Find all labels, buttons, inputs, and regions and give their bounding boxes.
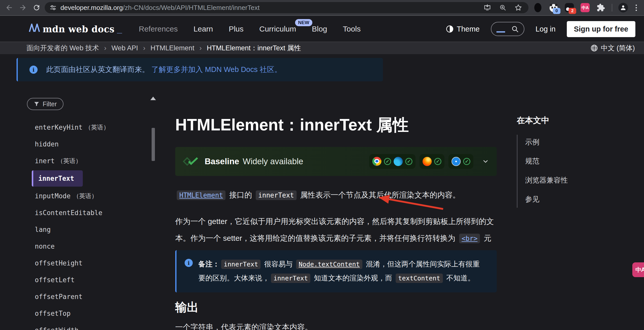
browser-reload-button[interactable] <box>31 2 42 13</box>
browser-toolbar: developer.mozilla.org/zh-CN/docs/Web/API… <box>0 0 644 16</box>
sidebar-item-lang[interactable]: lang <box>35 221 152 238</box>
textcontent-link[interactable]: Node.textContent <box>296 260 362 269</box>
chrome-icon <box>372 157 381 166</box>
logo-text: mdn web docs <box>43 24 115 34</box>
extension-square-icon[interactable]: 2 <box>565 3 574 12</box>
extension-panda-icon[interactable]: 0 <box>549 3 558 12</box>
banner-text: 此页面由社区从英文翻译而来。 <box>46 65 149 73</box>
bookmark-star-icon[interactable] <box>514 4 522 12</box>
translation-banner: i 此页面由社区从英文翻译而来。 了解更多并加入 MDN Web Docs 社区… <box>17 58 383 81</box>
browser-support-group: ✓ ✓ <box>369 154 415 169</box>
toc-item-browser-compat[interactable]: 浏览器兼容性 <box>525 175 629 185</box>
mdn-logo[interactable]: mdn web docs_ <box>28 24 122 34</box>
output-paragraph: 一个字符串，代表元素的渲染文本内容。 <box>175 321 497 330</box>
browser-window: developer.mozilla.org/zh-CN/docs/Web/API… <box>0 0 644 330</box>
browser-support-group: ✓ <box>448 154 473 169</box>
sidebar-item-offsetLeft[interactable]: offsetLeft <box>35 272 152 288</box>
signup-button[interactable]: Sign up for free <box>567 21 635 37</box>
sidebar-item-inputMode[interactable]: inputMode（英语） <box>35 188 152 204</box>
safari-icon <box>452 157 461 166</box>
breadcrumb-separator: › <box>104 44 106 52</box>
sidebar-item-enterKeyHint[interactable]: enterKeyHint（英语） <box>35 119 152 136</box>
login-link[interactable]: Log in <box>536 25 556 33</box>
extensions-area: 0 2 中A <box>531 3 640 12</box>
zoom-icon[interactable] <box>499 4 507 11</box>
nav-tools[interactable]: Tools <box>343 25 361 33</box>
check-icon: ✓ <box>434 158 441 165</box>
check-icon: ✓ <box>463 158 470 165</box>
breadcrumb-bar: 面向开发者的 Web 技术 › Web API › HTMLElement › … <box>0 42 644 54</box>
profile-avatar[interactable] <box>618 3 628 12</box>
sidebar-item-isContentEditable[interactable]: isContentEditable <box>35 204 152 221</box>
browser-back-button[interactable] <box>4 2 15 13</box>
browser-support-group: ✓ <box>420 154 444 169</box>
nav-curriculum[interactable]: CurriculumNEW <box>259 25 296 33</box>
floating-translate-button[interactable]: 中A <box>632 262 644 277</box>
sidebar-item-inert[interactable]: inert（英语） <box>35 153 152 169</box>
nav-references[interactable]: References <box>139 25 178 33</box>
sidebar-item-offsetHeight[interactable]: offsetHeight <box>35 255 152 272</box>
sidebar-item-offsetTop[interactable]: offsetTop <box>35 305 152 322</box>
sidebar-filter-button[interactable]: Filter <box>27 98 63 110</box>
search-icon <box>511 25 519 33</box>
edge-icon <box>394 157 403 166</box>
note-text: 备注：innerText 很容易与 Node.textContent 混淆，但这… <box>198 257 487 285</box>
baseline-label: Baseline <box>205 157 239 166</box>
site-info-icon[interactable] <box>49 4 57 11</box>
toc-item-specifications[interactable]: 规范 <box>525 156 629 166</box>
sidebar-item-offsetParent[interactable]: offsetParent <box>35 288 152 305</box>
toc-item-see-also[interactable]: 参见 <box>525 194 629 204</box>
breadcrumb-link[interactable]: Web API <box>111 44 138 52</box>
mdn-logo-icon <box>28 24 40 32</box>
theme-icon <box>446 25 454 33</box>
textcontent-code: textContent <box>396 274 443 283</box>
sidebar-item-innerText[interactable]: innerText <box>32 170 83 187</box>
sidebar-scrollbar-thumb[interactable] <box>152 128 155 161</box>
theme-toggle[interactable]: Theme <box>446 25 479 33</box>
htmlelement-link[interactable]: HTMLElement <box>177 190 226 200</box>
sidebar-item-hidden[interactable]: hidden <box>35 136 152 153</box>
language-switcher[interactable]: 中文 (简体) <box>590 43 635 53</box>
filter-funnel-icon <box>34 101 40 107</box>
innertext-code: innerText <box>271 274 310 283</box>
breadcrumb-link[interactable]: HTMLElement <box>151 44 195 52</box>
search-input[interactable] <box>491 22 524 36</box>
address-bar[interactable]: developer.mozilla.org/zh-CN/docs/Web/API… <box>45 2 528 13</box>
sidebar-property-list: enterKeyHint（英语） hidden inert（英语） innerT… <box>35 119 152 330</box>
check-icon: ✓ <box>405 158 412 165</box>
sidebar-item-nonce[interactable]: nonce <box>35 238 152 255</box>
extension-oval-icon[interactable] <box>533 3 543 12</box>
note-box: i 备注：innerText 很容易与 Node.textContent 混淆，… <box>175 250 497 292</box>
main-nav: References Learn Plus CurriculumNEW Blog… <box>139 25 361 33</box>
breadcrumb-current: HTMLElement：innerText 属性 <box>207 43 301 53</box>
section-heading-output: 输出 <box>175 299 199 315</box>
install-app-icon[interactable] <box>483 4 491 12</box>
intro-paragraph: HTMLElement 接口的 innerText 属性表示一个节点及其后代所渲… <box>175 189 497 202</box>
toolbar-divider <box>612 4 612 11</box>
table-of-contents: 在本文中 示例 规范 浏览器兼容性 参见 <box>517 115 629 208</box>
baseline-icon <box>183 157 199 166</box>
chevron-down-icon[interactable] <box>482 158 489 165</box>
new-badge: NEW <box>295 19 312 26</box>
banner-link[interactable]: 了解更多并加入 MDN Web Docs 社区。 <box>151 65 282 73</box>
check-icon: ✓ <box>384 158 391 165</box>
toc-item-examples[interactable]: 示例 <box>525 137 629 147</box>
breadcrumb-link[interactable]: 面向开发者的 Web 技术 <box>26 43 99 53</box>
nav-plus[interactable]: Plus <box>229 25 244 33</box>
sidebar-item-offsetWidth[interactable]: offsetWidth <box>35 322 152 330</box>
translate-extension-icon[interactable]: 中A <box>580 3 590 12</box>
url-text: developer.mozilla.org/zh-CN/docs/Web/API… <box>60 4 260 12</box>
browser-menu-icon[interactable] <box>634 5 638 11</box>
extensions-puzzle-icon[interactable] <box>596 3 606 12</box>
baseline-indicator[interactable]: Baseline Widely available ✓ ✓ ✓ ✓ <box>175 147 497 176</box>
breadcrumb: 面向开发者的 Web 技术 › Web API › HTMLElement › … <box>26 43 301 53</box>
url-path: /zh-CN/docs/Web/API/HTMLElement/innerTex… <box>123 4 260 11</box>
nav-learn[interactable]: Learn <box>194 25 213 33</box>
sidebar-scroll-up-icon[interactable] <box>150 97 156 100</box>
br-element-link[interactable]: <br> <box>459 234 480 243</box>
site-header: mdn web docs_ References Learn Plus Curr… <box>0 16 644 42</box>
baseline-status: Widely available <box>243 157 303 166</box>
nav-blog[interactable]: Blog <box>312 25 327 33</box>
browser-forward-button[interactable] <box>17 2 28 13</box>
innertext-code: innerText <box>221 260 261 269</box>
